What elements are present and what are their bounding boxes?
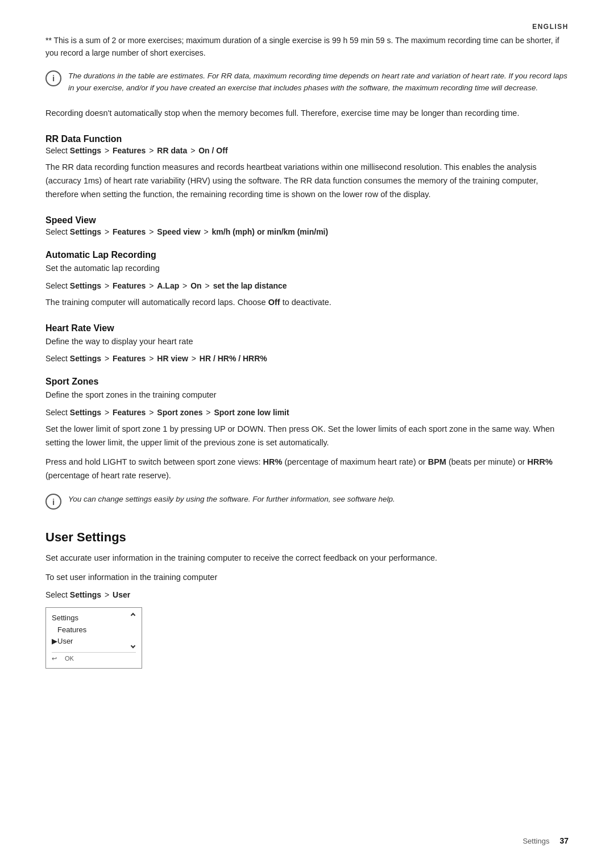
rr-data-description: The RR data recording function measures … (45, 161, 569, 202)
footer-page-number: 37 (559, 836, 569, 845)
device-menu-settings: Settings (52, 612, 128, 624)
page-footer: Settings 37 (45, 836, 569, 845)
al-settings: Settings (70, 281, 101, 290)
hr-features: Features (113, 354, 146, 363)
al-features: Features (113, 281, 146, 290)
rr-nav-rrdata: RR data (157, 146, 187, 155)
sport-zones-section: Sport Zones Define the sport zones in th… (45, 377, 569, 510)
heart-rate-section: Heart Rate View Define the way to displa… (45, 323, 569, 364)
sz-lowlimit: Sport zone low limit (214, 408, 289, 417)
device-settings-label: Settings (52, 612, 78, 624)
speed-view-nav: Select Settings > Features > Speed view … (45, 227, 569, 236)
heart-rate-description: Define the way to display your heart rat… (45, 335, 569, 349)
info-box-1-text: The durations in the table are estimates… (68, 70, 569, 94)
sport-zones-info-box: i You can change settings easily by usin… (45, 493, 569, 510)
footer-section-label: Settings (522, 837, 549, 845)
sz-select: Select (45, 408, 70, 417)
user-settings-nav: Select Settings > User (45, 590, 569, 599)
al-off: Off (268, 298, 280, 307)
device-user-label: ▶User (52, 636, 73, 648)
sz-hr-pct: HR% (263, 457, 283, 466)
sv-settings: Settings (70, 227, 101, 236)
auto-lap-description: Set the automatic lap recording (45, 262, 569, 276)
auto-lap-title: Automatic Lap Recording (45, 250, 569, 260)
hr-view: HR view (157, 354, 188, 363)
al-set: set the lap distance (213, 281, 287, 290)
sz-sportzones: Sport zones (157, 408, 202, 417)
us-user: User (113, 590, 130, 599)
hr-settings: Settings (70, 354, 101, 363)
us-select: Select (45, 590, 70, 599)
heart-rate-title: Heart Rate View (45, 323, 569, 333)
us-settings: Settings (70, 590, 101, 599)
user-settings-section: User Settings Set accurate user informat… (45, 530, 569, 669)
device-ok-icon: OK (65, 655, 74, 662)
sz-hrr-pct: HRR% (528, 457, 553, 466)
hr-options: HR / HR% / HRR% (200, 354, 267, 363)
auto-lap-note: The training computer will automatically… (45, 296, 569, 310)
rr-data-nav: Select Settings > Features > RR data > O… (45, 146, 569, 155)
sport-zones-info-text: You can change settings easily by using … (68, 493, 395, 506)
device-features-label: Features (57, 624, 86, 636)
rr-nav-settings: Settings (70, 146, 101, 155)
sport-zones-p1: Set the lower limit of sport zone 1 by p… (45, 423, 569, 450)
al-alap: A.Lap (157, 281, 179, 290)
hr-select: Select (45, 354, 70, 363)
device-back-icon: ↩ (52, 655, 57, 662)
info-icon-1: i (45, 70, 61, 86)
heart-rate-nav: Select Settings > Features > HR view > H… (45, 354, 569, 363)
sport-zones-nav: Select Settings > Features > Sport zones… (45, 408, 569, 417)
auto-lap-nav: Select Settings > Features > A.Lap > On … (45, 281, 569, 290)
sz-settings: Settings (70, 408, 101, 417)
rr-data-section: RR Data Function Select Settings > Featu… (45, 134, 569, 202)
device-screen: Settings Features ▶User ↩ OK (45, 607, 142, 669)
footnote-text: ** This is a sum of 2 or more exercises;… (45, 34, 569, 60)
rr-data-title: RR Data Function (45, 134, 569, 144)
sv-speedview: Speed view (157, 227, 200, 236)
sv-options: km/h (mph) or min/km (min/mi) (212, 227, 329, 236)
rr-nav-features: Features (113, 146, 146, 155)
device-menu-features: Features (52, 624, 128, 636)
sport-zones-description: Define the sport zones in the training c… (45, 389, 569, 402)
device-menu-user: ▶User (52, 636, 128, 648)
rr-nav-select: Select (45, 146, 70, 155)
page-content: ENGLISH ** This is a sum of 2 or more ex… (0, 0, 614, 719)
sport-zones-title: Sport Zones (45, 377, 569, 387)
al-select: Select (45, 281, 70, 290)
auto-lap-section: Automatic Lap Recording Set the automati… (45, 250, 569, 310)
info-icon-2: i (45, 494, 61, 510)
sz-bpm: BPM (428, 457, 446, 466)
recording-note: Recording doesn't automatically stop whe… (45, 107, 569, 120)
device-bottom-icons: ↩ OK (52, 652, 136, 662)
user-settings-instruction: To set user information in the training … (45, 571, 569, 585)
user-settings-title: User Settings (45, 530, 569, 545)
sz-features: Features (113, 408, 146, 417)
sport-zones-p2: Press and hold LIGHT to switch between s… (45, 456, 569, 483)
rr-nav-onoff: On / Off (198, 146, 227, 155)
speed-view-title: Speed View (45, 215, 569, 226)
speed-view-section: Speed View Select Settings > Features > … (45, 215, 569, 236)
user-settings-description: Set accurate user information in the tra… (45, 552, 569, 565)
sv-features: Features (113, 227, 146, 236)
info-box-1: i The durations in the table are estimat… (45, 70, 569, 94)
al-on: On (190, 281, 201, 290)
language-label: ENGLISH (532, 23, 569, 31)
sv-select: Select (45, 227, 70, 236)
